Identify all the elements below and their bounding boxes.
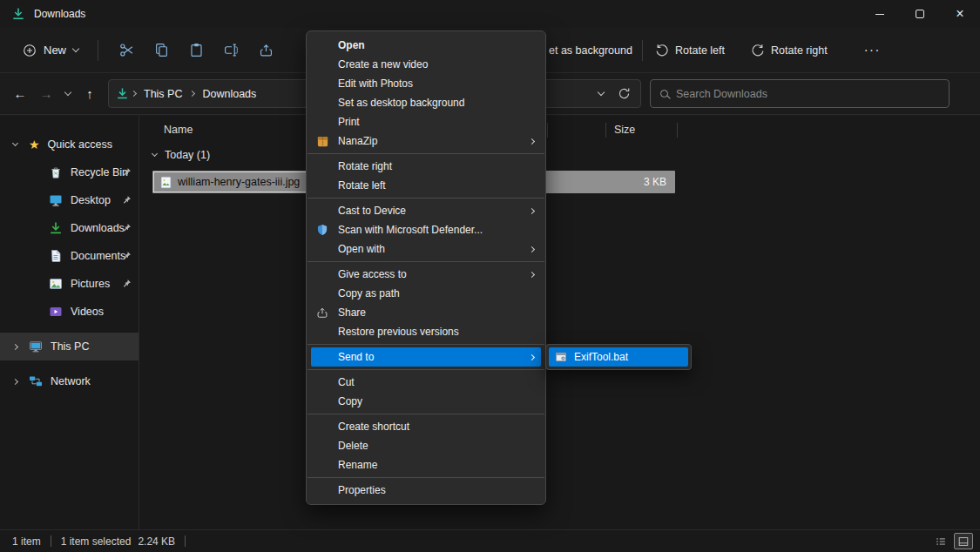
menu-item-label: Open (338, 39, 365, 51)
menu-item-label: Scan with Microsoft Defender... (338, 224, 483, 236)
defender-shield-icon (314, 222, 330, 238)
sidebar-item-videos[interactable]: Videos (0, 298, 139, 326)
menu-item-share[interactable]: Share (307, 303, 545, 322)
more-options-button[interactable]: ··· (857, 28, 887, 73)
search-box[interactable] (650, 79, 950, 108)
menu-item-label: Create shortcut (338, 421, 409, 433)
menu-item-give-access-to[interactable]: Give access to (307, 265, 545, 284)
large-icons-view-button[interactable] (954, 533, 973, 549)
sidebar-item-desktop[interactable]: Desktop (0, 186, 139, 214)
rename-button[interactable] (213, 35, 248, 66)
selection-info: 1 item selected (61, 535, 132, 548)
close-button[interactable]: × (940, 0, 980, 28)
breadcrumb-this-pc[interactable]: This PC (137, 84, 189, 104)
minimize-icon (875, 14, 884, 15)
window-title: Downloads (34, 8, 85, 20)
nanazip-icon (314, 133, 330, 149)
jpg-file-icon (159, 176, 172, 189)
forward-button[interactable]: → (33, 81, 59, 107)
sidebar-item-quick-access[interactable]: ★ Quick access (0, 131, 139, 158)
menu-item-copy-as-path[interactable]: Copy as path (307, 284, 545, 303)
details-view-button[interactable] (931, 533, 950, 549)
expand-chevron-icon[interactable] (9, 380, 21, 384)
paste-button[interactable] (179, 35, 213, 66)
refresh-icon (618, 87, 631, 100)
address-dropdown-button[interactable] (590, 83, 612, 105)
back-button[interactable]: ← (7, 81, 33, 107)
menu-item-label: Restore previous versions (338, 326, 459, 338)
menu-item-send-to[interactable]: Send to (311, 347, 541, 367)
minimize-button[interactable] (860, 0, 900, 28)
sidebar-item-downloads[interactable]: Downloads (0, 214, 139, 242)
maximize-icon (916, 10, 924, 18)
maximize-button[interactable] (900, 0, 940, 28)
this-pc-icon (29, 340, 43, 353)
menu-item-label: Open with (338, 243, 385, 255)
pin-icon (122, 223, 132, 235)
menu-item-scan-with-microsoft-defender[interactable]: Scan with Microsoft Defender... (307, 220, 545, 239)
expand-chevron-icon[interactable] (9, 144, 21, 145)
navigation-pane: ★ Quick access Recycle Bin Desktop (0, 116, 139, 529)
expand-chevron-icon[interactable] (9, 345, 21, 349)
new-button[interactable]: New (14, 37, 87, 64)
menu-item-edit-with-photos[interactable]: Edit with Photos (307, 74, 545, 93)
refresh-button[interactable] (612, 83, 635, 105)
menu-item-cut[interactable]: Cut (307, 373, 545, 392)
menu-item-nanazip[interactable]: NanaZip (307, 131, 545, 151)
submenu-item-label: ExifTool.bat (574, 351, 628, 363)
column-header-size[interactable]: Size (614, 124, 635, 136)
downloads-folder-icon (11, 7, 25, 21)
up-button[interactable]: ↑ (77, 81, 103, 107)
pin-icon (122, 167, 132, 179)
menu-item-restore-previous-versions[interactable]: Restore previous versions (307, 322, 545, 341)
menu-item-create-shortcut[interactable]: Create shortcut (307, 417, 545, 436)
column-divider[interactable] (547, 123, 548, 138)
send-to-submenu: ExifTool.bat (545, 344, 692, 370)
sidebar-item-documents[interactable]: Documents (0, 242, 139, 270)
menu-item-set-as-desktop-background[interactable]: Set as desktop background (307, 93, 545, 112)
column-divider[interactable] (677, 123, 678, 138)
menu-item-create-a-new-video[interactable]: Create a new video (307, 55, 545, 74)
menu-item-cast-to-device[interactable]: Cast to Device (307, 201, 545, 220)
menu-item-open[interactable]: Open (307, 36, 545, 55)
set-as-background-button[interactable]: et as background (549, 28, 632, 73)
submenu-item-exiftool-bat[interactable]: ExifTool.bat (549, 347, 688, 367)
rotate-right-button[interactable]: Rotate right (751, 28, 828, 73)
up-arrow-icon: ↑ (86, 86, 93, 101)
file-name: william-henry-gates-iii.jpg (178, 176, 300, 188)
recent-locations-button[interactable] (59, 81, 77, 107)
sidebar-item-this-pc[interactable]: This PC (0, 333, 139, 360)
menu-item-delete[interactable]: Delete (307, 436, 545, 455)
column-header-row: Name Size (139, 116, 980, 144)
submenu-arrow-icon (530, 209, 534, 213)
menu-item-rotate-left[interactable]: Rotate left (307, 176, 545, 195)
chevron-down-icon (64, 89, 71, 96)
menu-item-open-with[interactable]: Open with (307, 239, 545, 259)
copy-button[interactable] (144, 35, 179, 66)
rotate-left-button[interactable]: Rotate left (655, 28, 725, 73)
group-collapse-chevron-icon[interactable] (152, 151, 158, 157)
share-button[interactable] (248, 35, 283, 66)
column-divider[interactable] (605, 123, 606, 138)
menu-item-print[interactable]: Print (307, 112, 545, 131)
window-controls: × (860, 0, 980, 28)
group-header-today[interactable]: Today (1) (139, 144, 980, 166)
sidebar-item-recycle-bin[interactable]: Recycle Bin (0, 158, 139, 186)
cut-button[interactable] (109, 35, 144, 66)
column-header-name[interactable]: Name (164, 124, 193, 136)
sidebar-item-pictures[interactable]: Pictures (0, 270, 139, 298)
menu-item-label: Give access to (338, 268, 407, 280)
menu-item-rename[interactable]: Rename (307, 455, 545, 475)
desktop-monitor-icon (49, 193, 63, 207)
menu-item-copy[interactable]: Copy (307, 392, 545, 411)
search-input[interactable] (676, 88, 939, 100)
breadcrumb-downloads[interactable]: Downloads (195, 84, 263, 104)
menu-item-rotate-right[interactable]: Rotate right (307, 157, 545, 176)
sidebar-item-label: Videos (71, 306, 104, 318)
status-divider (51, 535, 51, 547)
sidebar-item-label: Pictures (71, 278, 110, 290)
menu-item-properties[interactable]: Properties (307, 481, 545, 500)
sidebar-item-network[interactable]: Network (0, 367, 139, 395)
sidebar-item-label: Desktop (71, 194, 111, 206)
file-name-focus-box: william-henry-gates-iii.jpg (153, 172, 308, 192)
